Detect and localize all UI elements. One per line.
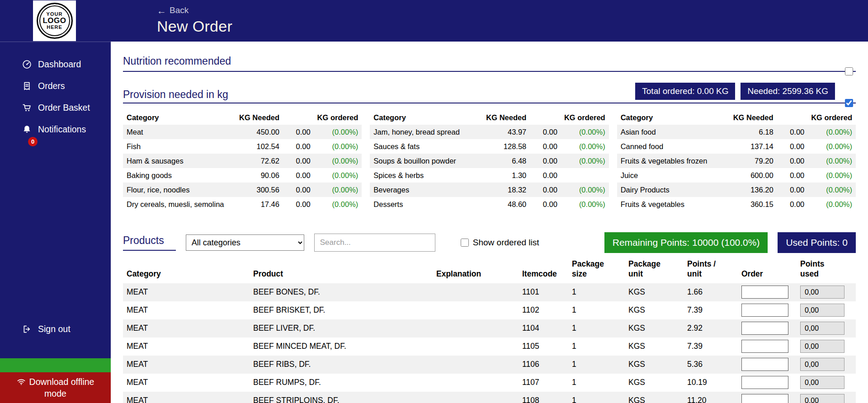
col-header-category: Category	[123, 257, 250, 283]
order-quantity-input[interactable]	[741, 322, 788, 335]
product-itemcode: 1106	[519, 356, 568, 374]
sidebar-item-notifications[interactable]: Notifications 0	[0, 123, 111, 135]
provision-ordered-pct: (0.00%)	[561, 139, 609, 154]
main-content: Nutrition recommended Provision needed i…	[111, 42, 868, 403]
sidebar: Dashboard Orders Order Basket Notificati…	[0, 42, 111, 403]
product-name: BEEF BONES, DF.	[250, 283, 433, 301]
product-itemcode: 1108	[519, 392, 568, 403]
points-used-value: 0,00	[800, 376, 844, 389]
order-quantity-input[interactable]	[741, 376, 788, 389]
provision-ordered-pct: (0.00%)	[561, 154, 609, 168]
back-button[interactable]: ← Back	[157, 5, 232, 15]
wifi-icon	[17, 377, 26, 386]
sidebar-item-order-basket[interactable]: Order Basket	[0, 102, 111, 113]
provision-ordered-pct: (0.00%)	[561, 197, 609, 211]
product-search-input[interactable]	[314, 234, 435, 252]
provision-kg-ordered: 0.00	[530, 125, 561, 139]
page-title: New Order	[157, 18, 232, 35]
product-row: MEATBEEF RUMPS, DF.11071KGS10.190,00	[123, 374, 856, 392]
provision-category: Flour, rice, noodles	[123, 183, 228, 197]
provision-kg-ordered: 0.00	[777, 154, 808, 168]
product-category: MEAT	[123, 301, 250, 319]
product-row: MEATBEEF LIVER, DF.11041KGS2.920,00	[123, 319, 856, 337]
product-package-size: 1	[568, 392, 625, 403]
provision-row: Soups & bouillon powder6.480.00(0.00%)	[370, 154, 609, 168]
col-header-points-unit: Points / unit	[684, 257, 738, 283]
category-filter-select[interactable]: All categories	[186, 234, 304, 251]
product-category: MEAT	[123, 337, 250, 356]
product-itemcode: 1104	[519, 319, 568, 337]
provision-ordered-pct: (0.00%)	[808, 183, 856, 197]
points-used-value: 0,00	[800, 340, 844, 353]
provision-ordered-pct: (0.00%)	[314, 125, 362, 139]
provision-kg-needed: 102.54	[228, 139, 283, 154]
provision-kg-ordered: 0.00	[283, 154, 314, 168]
product-itemcode: 1107	[519, 374, 568, 392]
sidebar-item-label: Order Basket	[38, 103, 90, 112]
sidebar-item-sign-out[interactable]: Sign out	[0, 323, 111, 335]
provision-collapse-checkbox[interactable]	[845, 99, 853, 107]
provision-row: Ham & sausages72.620.00(0.00%)	[123, 154, 362, 168]
product-row: MEATBEEF BRISKET, DF.11021KGS7.390,00	[123, 301, 856, 319]
show-ordered-checkbox[interactable]	[461, 239, 469, 247]
sidebar-item-orders[interactable]: Orders	[0, 80, 111, 92]
order-quantity-input[interactable]	[741, 358, 788, 371]
provision-category: Dairy Products	[617, 183, 722, 197]
logo-line-2: LOGO	[42, 17, 66, 25]
col-header-category: Category	[370, 111, 475, 125]
offline-label: Download offline mode	[29, 377, 94, 398]
provision-kg-needed: 90.06	[228, 168, 283, 183]
product-name: BEEF STRIPLOINS, DF.	[250, 392, 433, 403]
provision-kg-ordered: 0.00	[777, 183, 808, 197]
product-explanation	[433, 374, 519, 392]
provision-category: Dry cereals, muesli, semolina	[123, 197, 228, 211]
nutrition-collapse-checkbox[interactable]	[845, 67, 853, 75]
remaining-points-badge: Remaining Points: 10000 (100.0%)	[604, 232, 768, 253]
provision-ordered-pct: (0.00%)	[314, 197, 362, 211]
provision-kg-needed: 6.48	[475, 154, 530, 168]
product-package-unit: KGS	[625, 374, 684, 392]
order-quantity-input[interactable]	[741, 394, 788, 403]
product-package-size: 1	[568, 356, 625, 374]
product-explanation	[433, 283, 519, 301]
logo-line-3: HERE	[47, 25, 62, 30]
logo-circle: YOUR LOGO HERE	[37, 3, 73, 39]
show-ordered-list-toggle[interactable]: Show ordered list	[461, 238, 539, 248]
provision-ordered-pct: (0.00%)	[808, 168, 856, 183]
provision-row: Juice600.000.00(0.00%)	[617, 168, 856, 183]
col-header-itemcode: Itemcode	[519, 257, 568, 283]
sidebar-item-dashboard[interactable]: Dashboard	[0, 58, 111, 70]
order-quantity-input[interactable]	[741, 304, 788, 317]
col-header-package-unit: Package unit	[625, 257, 684, 283]
provision-row: Sauces & fats128.580.00(0.00%)	[370, 139, 609, 154]
product-package-size: 1	[568, 301, 625, 319]
col-header-explanation: Explanation	[433, 257, 519, 283]
product-itemcode: 1101	[519, 283, 568, 301]
product-itemcode: 1102	[519, 301, 568, 319]
download-offline-mode-button[interactable]: Download offline mode	[0, 372, 111, 403]
points-used-value: 0,00	[800, 304, 844, 317]
products-table: Category Product Explanation Itemcode Pa…	[123, 257, 856, 403]
provision-category: Jam, honey, bread spread	[370, 125, 475, 139]
product-points-per-unit: 10.19	[684, 374, 738, 392]
provision-ordered-pct: (0.00%)	[314, 183, 362, 197]
online-status-strip	[0, 358, 111, 372]
order-quantity-input[interactable]	[741, 340, 788, 353]
provision-badges: Total ordered: 0.00 KG Needed: 2599.36 K…	[635, 83, 835, 100]
product-name: BEEF BRISKET, DF.	[250, 301, 433, 319]
provision-kg-ordered: 0.00	[777, 139, 808, 154]
show-ordered-label: Show ordered list	[473, 238, 539, 248]
provision-kg-ordered: 0.00	[777, 168, 808, 183]
provision-kg-ordered: 0.00	[530, 168, 561, 183]
provision-row: Fish102.540.00(0.00%)	[123, 139, 362, 154]
points-used-value: 0,00	[800, 394, 844, 403]
order-quantity-input[interactable]	[741, 286, 788, 299]
sidebar-item-label: Sign out	[38, 324, 71, 334]
top-header: YOUR LOGO HERE ← Back New Order	[0, 0, 868, 42]
col-header-product: Product	[250, 257, 433, 283]
col-header-kg-ordered: KG ordered	[777, 111, 856, 125]
provision-row: Meat450.000.00(0.00%)	[123, 125, 362, 139]
col-header-points-used: Points used	[797, 257, 856, 283]
provision-kg-ordered: 0.00	[283, 139, 314, 154]
provision-row: Dairy Products136.200.00(0.00%)	[617, 183, 856, 197]
